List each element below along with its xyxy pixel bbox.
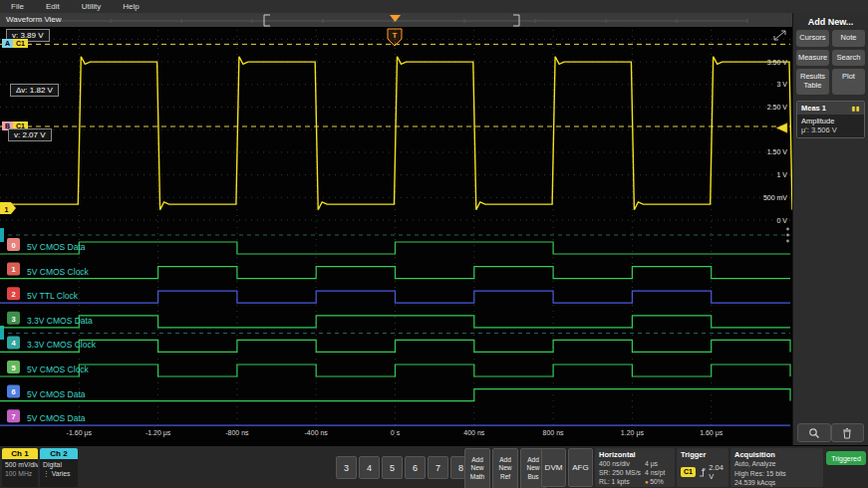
horizontal-panel[interactable]: Horizontal 400 ns/div4 μsSR: 250 MS/s4 n…: [595, 448, 675, 487]
measurement-value: μ': 3.506 V: [801, 125, 860, 134]
right-sidebar: Add New... CursorsNoteMeasureSearchResul…: [792, 13, 868, 445]
time-axis-label: 1.60 μs: [700, 429, 723, 437]
cursor-a-source: C1: [13, 39, 28, 48]
add-new-math-button[interactable]: AddNewMath: [464, 448, 490, 488]
timeline-ruler[interactable]: [0, 13, 792, 27]
digital-channel-label[interactable]: 5V CMOS Clock: [27, 267, 90, 277]
channel-4-button[interactable]: 4: [359, 456, 380, 479]
acquisition-mode: Auto, Analyze: [734, 459, 819, 469]
afg-button[interactable]: AFG: [568, 448, 593, 487]
digital-group-handle[interactable]: [0, 228, 4, 242]
acquisition-panel[interactable]: Acquisition Auto, Analyze High Res: 15 b…: [730, 448, 823, 487]
ch1-position-number: 1: [5, 206, 9, 213]
volt-axis-label: 2.50 V: [767, 104, 788, 111]
digital-trace-2: [0, 291, 790, 303]
sidebar-button-results-table[interactable]: Results Table: [796, 69, 829, 94]
add-new-title: Add New...: [793, 17, 868, 27]
dvm-button[interactable]: DVM: [541, 448, 566, 487]
acquisition-resolution: High Res: 15 bits: [734, 469, 819, 479]
sidebar-tools: [797, 423, 864, 442]
digital-channel-label[interactable]: 5V CMOS Clock: [27, 365, 90, 374]
waveform-view-title: Waveform View: [6, 13, 62, 27]
trigger-status-badge: Triggered: [826, 451, 866, 465]
measurement-badge[interactable]: Meas 1 ▮▮ Amplitude μ': 3.506 V: [796, 101, 865, 138]
cursor-delta-readout[interactable]: Δv: 1.82 V: [10, 84, 59, 97]
digital-channel-label[interactable]: 5V CMOS Data: [27, 242, 86, 252]
add-new-ref-button[interactable]: AddNewRef: [492, 448, 518, 488]
digital-channel-label[interactable]: 3.3V CMOS Data: [27, 316, 93, 326]
zoom-button[interactable]: [797, 423, 831, 442]
ch1-badge[interactable]: Ch 1 500 mV/div 100 MHz: [2, 448, 38, 487]
sidebar-button-note[interactable]: Note: [832, 30, 865, 47]
ch2-label: Ch 2: [40, 448, 78, 459]
cursor-a-badge[interactable]: A C1: [2, 39, 28, 48]
menu-help[interactable]: Help: [112, 2, 149, 11]
ch2-badge[interactable]: Ch 2 Digital ⋮ Varies: [40, 448, 78, 487]
trash-button[interactable]: [831, 423, 865, 442]
digital-channel-number: 0: [11, 241, 15, 250]
acquisition-title: Acquisition: [734, 450, 819, 459]
digital-trace-5: [0, 365, 790, 376]
digital-channel-number: 1: [11, 265, 15, 274]
time-axis-label: 0 s: [391, 429, 401, 436]
digital-channel-label[interactable]: 5V CMOS Data: [27, 413, 86, 423]
trash-icon: [841, 427, 853, 439]
pane-splitter-handle[interactable]: [786, 228, 789, 231]
digital-channel-number: 6: [11, 387, 15, 396]
digital-trace-4: [0, 340, 790, 352]
time-axis-label: 400 ns: [463, 429, 485, 436]
time-axis-label: 800 ns: [543, 429, 565, 436]
time-axis-label: -800 ns: [225, 429, 249, 436]
digital-channel-number: 7: [11, 412, 15, 421]
ch1-label: Ch 1: [2, 448, 38, 459]
trigger-level-marker[interactable]: [776, 122, 787, 132]
digital-channel-label[interactable]: 5V TTL Clock: [27, 291, 79, 301]
channel-buttons: 345678: [336, 456, 471, 479]
digital-trace-0: [0, 242, 790, 254]
menu-edit[interactable]: Edit: [35, 2, 71, 11]
digital-channel-label[interactable]: 5V CMOS Data: [27, 389, 86, 399]
cursor-b-readout[interactable]: v: 2.07 V: [8, 128, 52, 141]
trigger-panel[interactable]: Trigger C1 2.04 V: [677, 448, 728, 487]
pane-splitter-handle[interactable]: [786, 240, 789, 243]
trigger-source-badge: C1: [681, 467, 696, 477]
ch2-levels: ⋮ Varies: [40, 468, 78, 478]
volt-axis-label: 3 V: [776, 81, 787, 88]
channel-3-button[interactable]: 3: [336, 456, 357, 479]
menu-file[interactable]: File: [0, 2, 35, 11]
sidebar-button-measure[interactable]: Measure: [796, 50, 829, 67]
add-new-buttons: CursorsNoteMeasureSearchResults TablePlo…: [793, 30, 868, 95]
trigger-position-letter: T: [393, 31, 398, 40]
waveform-display[interactable]: 05V CMOS Data15V CMOS Clock25V TTL Clock…: [0, 27, 792, 445]
ch1-scale: 500 mV/div: [2, 459, 38, 468]
digital-channel-number: 5: [11, 364, 15, 372]
time-axis-label: -1.60 μs: [67, 429, 93, 437]
expand-view-icon[interactable]: [774, 31, 785, 40]
time-axis-label: -400 ns: [305, 429, 329, 436]
rising-edge-icon: [699, 467, 706, 478]
sidebar-button-plot[interactable]: Plot: [832, 69, 865, 94]
pane-splitter-handle[interactable]: [786, 234, 789, 237]
add-new-source-buttons: AddNewMathAddNewRefAddNewBus: [464, 448, 546, 488]
horizontal-readout: SR: 250 MS/s4 ns/pt: [599, 468, 671, 477]
waveform-view-header: Waveform View: [0, 13, 792, 27]
channel-7-button[interactable]: 7: [428, 456, 448, 479]
sidebar-button-search[interactable]: Search: [832, 50, 865, 67]
channel-5-button[interactable]: 5: [382, 456, 403, 479]
expansion-point-icon: ●: [645, 479, 650, 485]
acquisition-count: 24.539 kAcqs: [734, 478, 819, 488]
menu-bar: FileEditUtilityHelp: [0, 0, 868, 13]
horizontal-title: Horizontal: [599, 450, 671, 459]
menu-utility[interactable]: Utility: [71, 2, 113, 11]
sidebar-button-cursors[interactable]: Cursors: [796, 30, 829, 47]
trigger-title: Trigger: [681, 450, 724, 459]
time-axis-label: -1.20 μs: [145, 429, 171, 437]
volt-axis-label: 1.50 V: [767, 148, 788, 155]
digital-channel-number: 3: [11, 315, 15, 324]
histogram-icon: ▮▮: [851, 105, 860, 112]
analog-waveform-ch1: [0, 57, 792, 210]
digital-trace-1: [0, 267, 790, 279]
channel-6-button[interactable]: 6: [405, 456, 426, 479]
digital-channel-label[interactable]: 3.3V CMOS Clock: [27, 340, 97, 350]
volt-axis-label: 3.50 V: [767, 59, 788, 66]
